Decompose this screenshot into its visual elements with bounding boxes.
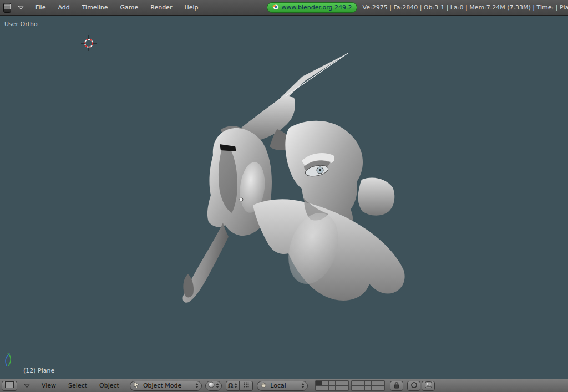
blender-version-button[interactable]: www.blender.org 249.2	[267, 2, 357, 13]
layer-cell[interactable]	[336, 386, 342, 390]
combo-arrows-icon	[301, 383, 305, 388]
menu-file[interactable]: File	[29, 0, 52, 15]
viewport-overlay	[0, 16, 568, 379]
layer-cell[interactable]	[316, 386, 322, 390]
mode-dropdown[interactable]: Object Mode	[130, 381, 202, 391]
axis-gizmo-icon	[6, 353, 11, 366]
lock-icon	[393, 381, 400, 390]
viewport-3d[interactable]: User Ortho	[0, 16, 568, 379]
layer-cell[interactable]	[352, 386, 358, 390]
dot-grid-icon	[243, 381, 250, 390]
layer-cell[interactable]	[329, 381, 335, 385]
solid-shading-sphere-icon	[208, 381, 215, 390]
layer-buttons	[315, 380, 385, 391]
menu-view[interactable]: View	[36, 379, 62, 392]
header-collapse-icon[interactable]	[18, 6, 24, 10]
render-preview-button[interactable]	[422, 381, 435, 391]
combo-arrows-icon	[234, 383, 237, 388]
pivot-point-dropdown[interactable]: Ω	[226, 381, 240, 391]
menu-add[interactable]: Add	[52, 0, 75, 15]
mesh-model[interactable]	[182, 53, 404, 303]
layer-cell[interactable]	[358, 386, 364, 390]
layer-cell[interactable]	[329, 386, 335, 390]
menu-select[interactable]: Select	[62, 379, 93, 392]
pivot-manipulator-group: Ω	[226, 381, 253, 391]
layer-cell[interactable]	[322, 381, 328, 385]
blender-logo-icon	[272, 4, 279, 12]
lock-layers-button[interactable]	[390, 381, 403, 391]
viewport-header: View Select Object Object Mode Ω	[0, 379, 568, 392]
object-origin-dot	[240, 198, 243, 201]
3d-view-grid-icon	[5, 381, 14, 390]
layer-cell[interactable]	[365, 381, 371, 385]
top-header: File Add Timeline Game Render Help www.b…	[0, 0, 568, 16]
blender-window: File Add Timeline Game Render Help www.b…	[0, 0, 568, 392]
layer-cell[interactable]	[352, 381, 358, 385]
pivot-icon: Ω	[228, 383, 233, 389]
version-label: www.blender.org 249.2	[282, 4, 352, 11]
cursor-3d-icon	[81, 35, 97, 51]
draw-type-dropdown[interactable]	[205, 381, 222, 391]
manipulator-hand-icon	[260, 381, 267, 390]
layer-group-1	[315, 380, 349, 391]
editor-type-button[interactable]	[2, 381, 17, 391]
layer-cell[interactable]	[365, 386, 371, 390]
layer-cell[interactable]	[378, 386, 384, 390]
manipulator-toggle-button[interactable]	[240, 381, 253, 391]
info-editor-type-button[interactable]	[3, 3, 11, 13]
circle-icon	[410, 381, 418, 390]
layer-cell[interactable]	[372, 381, 378, 385]
menu-object[interactable]: Object	[93, 379, 125, 392]
proportional-edit-button[interactable]	[407, 381, 420, 391]
menu-help[interactable]: Help	[178, 0, 204, 15]
layer-cell[interactable]	[322, 386, 328, 390]
menu-render[interactable]: Render	[144, 0, 178, 15]
layer-cell[interactable]	[342, 386, 348, 390]
menu-timeline[interactable]: Timeline	[76, 0, 114, 15]
header-menu-collapse-icon[interactable]	[24, 384, 30, 388]
active-object-label: (12) Plane	[23, 367, 54, 374]
orientation-dropdown[interactable]: Local	[257, 381, 308, 391]
layer-cell[interactable]	[336, 381, 342, 385]
layer-cell[interactable]	[372, 386, 378, 390]
object-mode-icon	[133, 381, 140, 390]
layer-cell[interactable]	[378, 381, 384, 385]
orientation-dropdown-label: Local	[267, 382, 300, 389]
layer-cell[interactable]	[316, 381, 322, 385]
layer-cell[interactable]	[342, 381, 348, 385]
menu-game[interactable]: Game	[114, 0, 145, 15]
layer-cell[interactable]	[358, 381, 364, 385]
combo-arrows-icon	[216, 383, 219, 388]
info-window-icon	[4, 4, 11, 11]
mode-dropdown-label: Object Mode	[140, 382, 194, 389]
image-icon	[425, 381, 432, 390]
layer-group-2	[351, 380, 385, 391]
scene-stats: Ve:2975 | Fa:2840 | Ob:3-1 | La:0 | Mem:…	[363, 4, 568, 11]
combo-arrows-icon	[195, 383, 199, 388]
